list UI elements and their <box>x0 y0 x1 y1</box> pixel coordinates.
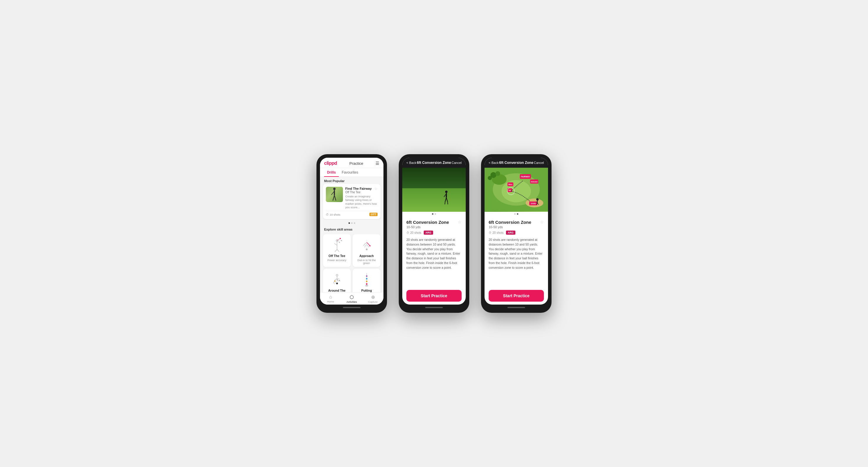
dot-3 <box>354 222 355 224</box>
trees-bg <box>402 168 466 188</box>
skill-name-ott: Off The Tee <box>329 254 345 258</box>
drill-detail-name: 6ft Conversion Zone <box>406 220 449 225</box>
svg-line-36 <box>446 198 447 201</box>
svg-point-23 <box>336 282 338 284</box>
svg-point-30 <box>366 283 367 285</box>
golfer-photo-icon <box>443 190 450 204</box>
drill-map-header: < Back 6ft Conversion Zone Cancel <box>485 158 548 168</box>
svg-point-28 <box>366 278 367 279</box>
svg-rect-1 <box>334 190 335 195</box>
capture-icon: ⊕ <box>371 294 375 300</box>
svg-line-18 <box>367 242 370 246</box>
favourite-star[interactable]: ☆ <box>374 187 378 191</box>
back-button[interactable]: < Back <box>406 161 416 165</box>
svg-text:SAND: SAND <box>531 203 536 204</box>
screen-3: < Back 6ft Conversion Zone Cancel <box>485 158 548 305</box>
drill-photo <box>402 168 466 212</box>
svg-line-37 <box>445 201 445 204</box>
atg-icon <box>329 272 345 288</box>
drill-map-image: FAIRWAY ROUGH Miss Hit SAND <box>485 168 548 212</box>
svg-point-62 <box>488 176 492 180</box>
skill-grid: Off The Tee Power accuracy <box>320 232 383 292</box>
drill-detail-range: 10-50 yds <box>406 225 449 229</box>
svg-text:Miss: Miss <box>508 184 513 185</box>
skill-name-atg: Around The Green <box>325 289 348 292</box>
app-logo: clippd <box>324 161 337 166</box>
tab-bar: Drills Favourites <box>320 168 383 177</box>
svg-point-32 <box>445 191 447 193</box>
svg-point-22 <box>339 280 340 281</box>
dot-1 <box>348 222 350 224</box>
skill-card-putting[interactable]: Putting Make and lag practice <box>352 269 380 292</box>
svg-line-7 <box>334 243 337 245</box>
activities-icon: ⬡ <box>350 294 354 300</box>
nav-activities-label: Activities <box>346 300 357 303</box>
svg-point-27 <box>366 275 367 277</box>
most-popular-label: Most Popular <box>320 177 383 184</box>
svg-text:Hit: Hit <box>508 190 511 191</box>
svg-point-54 <box>536 198 538 201</box>
cancel-button[interactable]: Cancel <box>452 161 462 165</box>
featured-drill-card[interactable]: Find The Fairway Off The Tee ☆ Create an… <box>323 184 380 219</box>
svg-line-38 <box>447 201 448 204</box>
drill-thumbnail <box>326 187 343 202</box>
svg-point-0 <box>333 188 336 190</box>
phone-2: < Back 6ft Conversion Zone Cancel <box>399 154 469 313</box>
menu-icon[interactable]: ☰ <box>375 161 379 166</box>
clock-icon: ⏱ <box>326 213 329 216</box>
start-practice-button[interactable]: Start Practice <box>406 290 462 302</box>
phone-1: clippd Practice ☰ Drills Favourites Most… <box>316 154 387 313</box>
drill-detail-name-3: 6ft Conversion Zone <box>489 220 531 225</box>
category-tag: ARG <box>424 231 433 235</box>
tab-drills[interactable]: Drills <box>324 168 339 177</box>
skill-card-approach[interactable]: Approach Dial-in to hit the green <box>352 234 380 267</box>
svg-point-14 <box>341 240 342 241</box>
start-practice-button-3[interactable]: Start Practice <box>489 290 544 302</box>
app-header: clippd Practice ☰ <box>320 158 383 168</box>
image-dots <box>402 212 466 216</box>
img-dot-3-1 <box>514 213 516 215</box>
back-button-3[interactable]: < Back <box>489 161 499 165</box>
svg-point-31 <box>365 285 368 287</box>
screen-title-3: 6ft Conversion Zone <box>499 161 533 165</box>
svg-rect-33 <box>446 193 447 198</box>
drill-name: Find The Fairway <box>345 187 372 190</box>
favourite-star-3[interactable]: ☆ <box>540 220 544 224</box>
skill-card-atg[interactable]: Around The Green Hone your short game <box>323 269 351 292</box>
nav-capture-label: Capture <box>368 300 378 303</box>
category-tag-3: ARG <box>506 231 516 235</box>
drill-detail-body: 6ft Conversion Zone 10-50 yds ☆ ⏱ 20 sho… <box>402 216 466 288</box>
drill-detail-range-3: 10-50 yds <box>489 225 531 229</box>
ott-icon <box>329 237 345 253</box>
svg-line-3 <box>334 195 336 200</box>
skill-card-ott[interactable]: Off The Tee Power accuracy <box>323 234 351 267</box>
screen-title: 6ft Conversion Zone <box>417 161 451 165</box>
drill-detail-meta-3: ⏱ 20 shots ARG <box>489 231 544 235</box>
svg-point-19 <box>369 245 371 246</box>
home-bar <box>343 307 361 308</box>
tab-favourites[interactable]: Favourites <box>339 168 361 177</box>
dot-2 <box>351 222 352 224</box>
carousel-dots <box>320 221 383 225</box>
putting-icon <box>359 272 375 288</box>
nav-home[interactable]: ⌂ Home <box>320 294 341 303</box>
skill-desc-ott: Power accuracy <box>327 259 346 262</box>
main-content: Most Popular <box>320 177 383 292</box>
drill-detail-description-3: 20 shots are randomly generated at dista… <box>489 238 544 270</box>
nav-capture[interactable]: ⊕ Capture <box>362 294 383 303</box>
drill-description: Create an imaginary fairway using trees … <box>345 195 378 209</box>
svg-point-41 <box>502 180 531 202</box>
screen-2: < Back 6ft Conversion Zone Cancel <box>402 158 466 305</box>
course-map-svg: FAIRWAY ROUGH Miss Hit SAND <box>485 168 548 211</box>
drill-map-body: 6ft Conversion Zone 10-50 yds ☆ ⏱ 20 sho… <box>485 216 548 288</box>
drill-tag: OTT <box>369 213 378 216</box>
favourite-star[interactable]: ☆ <box>458 220 462 224</box>
explore-label: Explore skill areas <box>320 225 383 232</box>
nav-activities[interactable]: ⬡ Activities <box>341 294 362 303</box>
img-dot-2 <box>435 213 436 215</box>
shots-info: ⏱ 20 shots <box>406 231 422 234</box>
skill-name-putting: Putting <box>361 289 372 292</box>
img-dot-1 <box>432 213 433 215</box>
cancel-button-3[interactable]: Cancel <box>534 161 544 165</box>
svg-point-15 <box>339 242 340 243</box>
